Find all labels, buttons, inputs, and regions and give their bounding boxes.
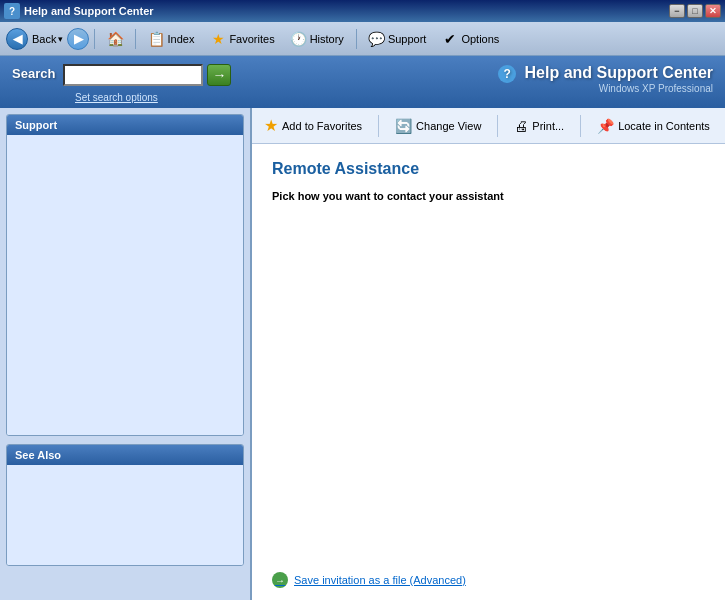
back-dropdown[interactable]: ▾ [58, 34, 63, 44]
index-icon: 📋 [148, 31, 164, 47]
save-link-icon: → [272, 572, 288, 588]
change-view-button[interactable]: 🔄 Change View [391, 116, 485, 136]
print-icon: 🖨 [514, 118, 528, 134]
close-button[interactable]: ✕ [705, 4, 721, 18]
search-input[interactable] [63, 64, 203, 86]
minimize-button[interactable]: − [669, 4, 685, 18]
print-button[interactable]: 🖨 Print... [510, 116, 568, 136]
index-label: Index [167, 33, 194, 45]
favorites-button[interactable]: ★ Favorites [203, 28, 281, 50]
search-input-wrap: → [63, 64, 231, 86]
title-bar: ? Help and Support Center − □ ✕ [0, 0, 725, 22]
options-label: Options [461, 33, 499, 45]
options-icon: ✔ [442, 31, 458, 47]
window-controls: − □ ✕ [669, 4, 721, 18]
add-to-favorites-button[interactable]: ★ Add to Favorites [260, 114, 366, 137]
favorites-label: Favorites [229, 33, 274, 45]
change-view-icon: 🔄 [395, 118, 412, 134]
help-center-title: ? Help and Support Center Windows XP Pro… [498, 64, 713, 94]
history-label: History [310, 33, 344, 45]
toolbar-separator-1 [94, 29, 95, 49]
sidebar-support-header: Support [7, 115, 243, 135]
main-body: Remote Assistance Pick how you want to c… [252, 144, 725, 564]
back-button[interactable]: ◀ [6, 28, 28, 50]
search-bar: Search → Set search options ? Help and S… [0, 56, 725, 108]
search-label: Search [12, 66, 55, 81]
toolbar: ◀ Back ▾ ▶ 🏠 📋 Index ★ Favorites 🕐 Histo… [0, 22, 725, 56]
save-invitation-link[interactable]: → Save invitation as a file (Advanced) [252, 564, 725, 600]
support-button[interactable]: 💬 Support [362, 28, 434, 50]
search-go-button[interactable]: → [207, 64, 231, 86]
content-area: Support See Also ★ Add to Favorites 🔄 Ch… [0, 108, 725, 600]
index-button[interactable]: 📋 Index [141, 28, 201, 50]
help-center-main-title: ? Help and Support Center [498, 64, 713, 83]
action-separator-1 [378, 115, 379, 137]
toolbar-separator-3 [356, 29, 357, 49]
sidebar-see-also-header: See Also [7, 445, 243, 465]
locate-label: Locate in Contents [618, 120, 710, 132]
save-link-label: Save invitation as a file (Advanced) [294, 574, 466, 586]
sidebar-support-body [7, 135, 243, 435]
sidebar-support-section: Support [6, 114, 244, 436]
options-button[interactable]: ✔ Options [435, 28, 506, 50]
page-title: Remote Assistance [272, 160, 705, 178]
window-title: Help and Support Center [24, 5, 669, 17]
sidebar: Support See Also [0, 108, 252, 600]
action-bar: ★ Add to Favorites 🔄 Change View 🖨 Print… [252, 108, 725, 144]
maximize-button[interactable]: □ [687, 4, 703, 18]
home-button[interactable]: 🏠 [100, 28, 130, 50]
add-favorites-icon: ★ [264, 116, 278, 135]
back-label: Back [32, 33, 56, 45]
change-view-label: Change View [416, 120, 481, 132]
favorites-icon: ★ [210, 31, 226, 47]
locate-button[interactable]: 📌 Locate in Contents [593, 116, 714, 136]
support-icon: 💬 [369, 31, 385, 47]
home-icon: 🏠 [107, 31, 123, 47]
main-content: ★ Add to Favorites 🔄 Change View 🖨 Print… [252, 108, 725, 600]
action-separator-2 [497, 115, 498, 137]
help-icon: ? [498, 65, 516, 83]
search-options-link[interactable]: Set search options [75, 92, 158, 103]
sidebar-see-also-section: See Also [6, 444, 244, 566]
support-label: Support [388, 33, 427, 45]
add-favorites-label: Add to Favorites [282, 120, 362, 132]
history-button[interactable]: 🕐 History [284, 28, 351, 50]
print-label: Print... [532, 120, 564, 132]
sidebar-see-also-body [7, 465, 243, 565]
forward-button[interactable]: ▶ [67, 28, 89, 50]
help-center-subtitle: Windows XP Professional [498, 83, 713, 94]
app-icon: ? [4, 3, 20, 19]
toolbar-separator-2 [135, 29, 136, 49]
action-separator-3 [580, 115, 581, 137]
history-icon: 🕐 [291, 31, 307, 47]
locate-icon: 📌 [597, 118, 614, 134]
page-subtitle: Pick how you want to contact your assist… [272, 190, 705, 202]
